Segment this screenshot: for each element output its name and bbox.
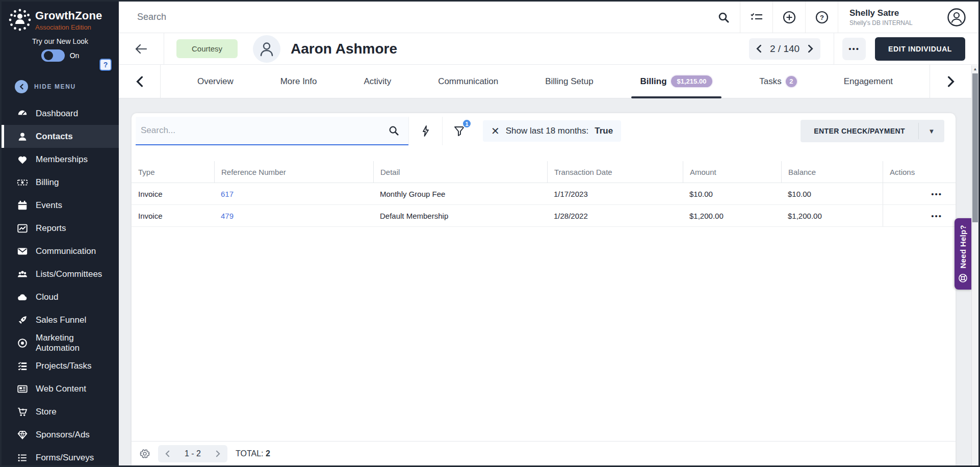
cell-transaction-date: 1/17/2023 bbox=[547, 183, 683, 204]
quick-actions-button[interactable] bbox=[408, 117, 442, 145]
scrollbar-up-arrow[interactable]: ▲ bbox=[972, 67, 978, 71]
tab-tasks[interactable]: Tasks 2 bbox=[749, 65, 807, 98]
invoice-reference-link[interactable]: 479 bbox=[221, 212, 234, 220]
filter-count-badge: 1 bbox=[462, 119, 472, 128]
vertical-scrollbar[interactable]: ▲ bbox=[971, 65, 978, 465]
brand-edition: Association Edition bbox=[35, 23, 102, 31]
sidebar-item-label: Reports bbox=[36, 223, 66, 234]
task-list-button[interactable] bbox=[740, 2, 772, 33]
sidebar-item-memberships[interactable]: Memberships bbox=[2, 148, 119, 171]
sidebar-item-label: Cloud bbox=[36, 292, 58, 302]
sidebar-item-store[interactable]: Store bbox=[2, 400, 119, 423]
record-pager: 2 / 140 bbox=[749, 38, 820, 60]
cell-type: Invoice bbox=[132, 183, 214, 204]
target-icon bbox=[17, 338, 28, 349]
sidebar-item-sponsors-ads[interactable]: Sponsors/Ads bbox=[2, 423, 119, 446]
enter-check-payment-button[interactable]: ENTER CHECK/PAYMENT ▼ bbox=[801, 120, 944, 142]
more-options-button[interactable]: ••• bbox=[842, 38, 866, 60]
sidebar-item-events[interactable]: Events bbox=[2, 194, 119, 217]
need-help-label: Need Help? bbox=[959, 225, 967, 269]
need-help-tab[interactable]: Need Help? bbox=[955, 218, 971, 290]
prev-page-button[interactable] bbox=[165, 450, 170, 457]
scrollbar-thumb[interactable] bbox=[972, 73, 978, 222]
user-avatar-button[interactable] bbox=[935, 2, 978, 33]
new-look-label: Try our New Look bbox=[2, 37, 119, 45]
billing-search-box bbox=[136, 117, 408, 145]
membership-status-badge: Courtesy bbox=[176, 39, 238, 58]
active-filter-chip[interactable]: ✕ Show last 18 months: True bbox=[483, 120, 621, 142]
cloud-icon bbox=[17, 292, 28, 303]
page-range: 1 - 2 bbox=[185, 449, 201, 458]
chevron-down-icon[interactable]: ▼ bbox=[919, 120, 944, 142]
sidebar-item-contacts[interactable]: Contacts bbox=[2, 125, 119, 148]
filter-chip-label: Show last 18 months: bbox=[506, 126, 589, 136]
sidebar-item-projects-tasks[interactable]: Projects/Tasks bbox=[2, 354, 119, 377]
next-page-button[interactable] bbox=[216, 450, 220, 457]
cart-icon bbox=[17, 406, 28, 418]
toggle-knob bbox=[44, 51, 53, 60]
tab-billing-setup[interactable]: Billing Setup bbox=[535, 65, 604, 98]
sidebar-menu: Dashboard Contacts Memberships Billing E… bbox=[2, 102, 119, 465]
heart-icon bbox=[17, 154, 28, 165]
row-actions-button[interactable]: ••• bbox=[931, 212, 942, 220]
edit-individual-button[interactable]: EDIT INDIVIDUAL bbox=[875, 37, 965, 61]
divider bbox=[834, 33, 834, 64]
sidebar-item-label: Communication bbox=[36, 246, 96, 256]
sidebar-item-marketing-automation[interactable]: Marketing Automation bbox=[2, 331, 119, 354]
people-icon bbox=[17, 269, 28, 280]
sidebar-item-communication[interactable]: Communication bbox=[2, 240, 119, 263]
svg-text:?: ? bbox=[820, 14, 824, 21]
sidebar-item-dashboard[interactable]: Dashboard bbox=[2, 102, 119, 125]
tab-overview[interactable]: Overview bbox=[187, 65, 244, 98]
tab-engagement[interactable]: Engagement bbox=[834, 65, 903, 98]
envelope-icon bbox=[17, 246, 28, 257]
transactions-table: Type Reference Number Detail Transaction… bbox=[132, 161, 956, 227]
hide-menu-label: HIDE MENU bbox=[34, 83, 76, 90]
search-button[interactable] bbox=[707, 2, 740, 33]
cell-balance: $10.00 bbox=[781, 183, 883, 204]
sidebar-item-label: Marketing Automation bbox=[36, 333, 119, 353]
sidebar-item-forms-surveys[interactable]: Forms/Surveys bbox=[2, 446, 119, 465]
divider bbox=[164, 33, 164, 64]
sidebar-item-reports[interactable]: Reports bbox=[2, 217, 119, 240]
sidebar-item-cloud[interactable]: Cloud bbox=[2, 286, 119, 308]
sidebar-item-label: Forms/Surveys bbox=[36, 453, 94, 463]
sidebar-item-web-content[interactable]: Web Content bbox=[2, 377, 119, 400]
list-icon bbox=[17, 452, 28, 463]
tab-activity[interactable]: Activity bbox=[353, 65, 401, 98]
row-actions-button[interactable]: ••• bbox=[931, 190, 942, 198]
current-user[interactable]: Shelly Satre Shelly's DB INTERNAL bbox=[838, 2, 935, 33]
tab-billing[interactable]: Billing $1,215.00 bbox=[630, 65, 723, 98]
sidebar-item-lists-committees[interactable]: Lists/Committees bbox=[2, 263, 119, 286]
filter-button[interactable]: 1 bbox=[442, 117, 476, 145]
col-reference-number: Reference Number bbox=[214, 161, 373, 183]
next-record-button[interactable] bbox=[808, 44, 813, 53]
billing-search-input[interactable] bbox=[136, 125, 379, 136]
prev-record-button[interactable] bbox=[756, 44, 762, 53]
help-button[interactable]: ? bbox=[805, 2, 838, 33]
total-label: TOTAL: bbox=[236, 449, 264, 458]
sidebar-help-icon[interactable]: ? bbox=[99, 59, 112, 71]
sidebar-item-billing[interactable]: Billing bbox=[2, 171, 119, 194]
invoice-reference-link[interactable]: 617 bbox=[221, 190, 234, 198]
global-search-input[interactable] bbox=[119, 2, 707, 33]
user-name: Shelly Satre bbox=[849, 8, 930, 18]
table-settings-button[interactable] bbox=[140, 449, 150, 459]
contact-header: Courtesy Aaron Ashmore 2 / 140 ••• EDIT … bbox=[119, 33, 978, 65]
sidebar-item-label: Store bbox=[36, 407, 57, 417]
tabs-scroll-left-button[interactable] bbox=[119, 65, 161, 98]
tab-communication[interactable]: Communication bbox=[428, 65, 508, 98]
sidebar-item-sales-funnel[interactable]: Sales Funnel bbox=[2, 308, 119, 331]
hide-menu-button[interactable]: HIDE MENU bbox=[2, 75, 119, 98]
cell-amount: $10.00 bbox=[683, 183, 781, 204]
back-button[interactable] bbox=[119, 33, 164, 64]
sidebar-item-label: Web Content bbox=[36, 384, 86, 394]
tab-more-info[interactable]: More Info bbox=[270, 65, 327, 98]
remove-filter-icon[interactable]: ✕ bbox=[491, 126, 500, 136]
growthzone-logo-icon bbox=[8, 8, 32, 32]
quick-add-button[interactable] bbox=[772, 2, 805, 33]
new-look-toggle[interactable] bbox=[41, 49, 65, 62]
record-position: 2 / 140 bbox=[770, 43, 800, 55]
tabs-scroll-right-button[interactable] bbox=[930, 65, 971, 98]
search-icon[interactable] bbox=[379, 125, 408, 136]
